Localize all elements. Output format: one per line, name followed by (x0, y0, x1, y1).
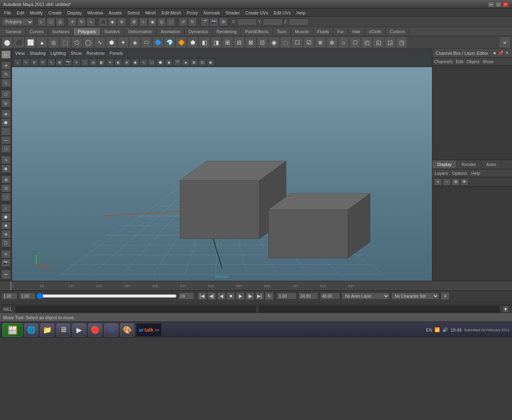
select-tool-btn[interactable]: ▷ (37, 18, 46, 26)
tab-animation[interactable]: Animation (157, 28, 185, 35)
create-misc12-btn[interactable]: ⊠ (245, 37, 256, 48)
cluster-btn[interactable]: ⬢ (1, 213, 11, 221)
tab-deformation[interactable]: Deformation (124, 28, 157, 35)
subdiv-btn[interactable]: ⊡ (1, 184, 11, 192)
snap-grid-btn[interactable]: ⊞ (130, 18, 138, 26)
create-misc17-btn[interactable]: ☑ (303, 37, 314, 48)
create-misc9-btn[interactable]: ◨ (210, 37, 222, 48)
x-input[interactable] (237, 18, 257, 26)
step-back-btn[interactable]: ◀| (207, 292, 216, 300)
menu-display[interactable]: Display (65, 10, 84, 16)
char-set-dropdown[interactable]: No Character Set (391, 292, 439, 300)
vp-iso-btn[interactable]: ◈ (182, 59, 190, 66)
start-button[interactable]: 🪟 (2, 323, 22, 337)
create-misc25-btn[interactable]: ◳ (396, 37, 407, 48)
vp-smooth-btn[interactable]: ◎ (89, 59, 97, 66)
channel-box-expand[interactable]: ✕ (505, 50, 509, 56)
menu-shader[interactable]: Shader (223, 10, 242, 16)
create-misc21-btn[interactable]: ⎔ (350, 37, 361, 48)
vp-hudtoggle-btn[interactable]: ⊠ (190, 59, 198, 66)
anim-options-btn[interactable]: ≡ (441, 292, 450, 300)
viewport-panels-menu[interactable]: Panels (110, 51, 123, 56)
vp-frame-btn[interactable]: ⊞ (56, 59, 64, 66)
channel-box-pin[interactable]: 📌 (498, 50, 504, 56)
script-editor-btn[interactable]: ✏ (1, 270, 11, 279)
menu-edit[interactable]: Edit (14, 10, 27, 16)
create-misc8-btn[interactable]: ◧ (199, 37, 210, 48)
scale-tool-btn[interactable]: ⤡ (86, 18, 95, 26)
timeline-ruler[interactable]: 2 64 140 214 290 366 440 516 590 666 740… (0, 281, 512, 291)
paint-tool-btn[interactable]: ◎ (56, 18, 64, 26)
help-label[interactable]: Help (471, 171, 480, 176)
current-frame-field[interactable] (277, 292, 297, 300)
tab-display[interactable]: Display (432, 160, 457, 168)
lattice-btn[interactable]: ⬚ (1, 193, 11, 201)
curve-btn[interactable]: ∿ (1, 156, 11, 164)
create-misc5-btn[interactable]: 💎 (164, 37, 175, 48)
vp-home-btn[interactable]: ⌂ (14, 59, 22, 66)
create-sphere-btn[interactable]: ⬤ (2, 37, 13, 48)
minimize-button[interactable]: — (488, 2, 494, 7)
tab-general[interactable]: General (2, 28, 26, 35)
close-button[interactable]: ✕ (502, 2, 509, 7)
menu-create[interactable]: Create (46, 10, 64, 16)
taskbar-opera[interactable]: 🔴 (88, 323, 102, 337)
create-misc18-btn[interactable]: ⊗ (315, 37, 326, 48)
create-pipe-btn[interactable]: ◯ (83, 37, 94, 48)
mode-dropdown[interactable]: Polygons Surfaces Dynamics Rendering (2, 18, 34, 26)
redo-btn[interactable]: ↻ (188, 18, 197, 26)
expand-icon-btn[interactable]: » (499, 37, 510, 48)
viewport[interactable]: View Shading Lighting Show Renderer Pane… (12, 49, 432, 281)
tab-hair[interactable]: Hair (348, 28, 365, 35)
mel-input[interactable] (16, 306, 256, 312)
universal-manip-btn[interactable]: ⬛ (99, 18, 108, 26)
layers-label[interactable]: Layers (435, 171, 448, 176)
timeline-slider[interactable] (37, 293, 177, 299)
paint-select-btn[interactable]: ◎ (1, 99, 11, 107)
lasso-btn[interactable]: ⬡ (1, 90, 11, 98)
menu-select[interactable]: Select (125, 10, 142, 16)
vp-joints-btn[interactable]: ◉ (131, 59, 139, 66)
vp-snap-btn[interactable]: ⊡ (198, 59, 206, 66)
vp-texture-btn[interactable]: ◧ (98, 59, 106, 66)
menu-mesh[interactable]: Mesh (143, 10, 158, 16)
menu-create-uvs[interactable]: Create UVs (243, 10, 270, 16)
tab-dynamics[interactable]: Dynamics (185, 28, 212, 35)
channel-box-close[interactable]: ◄ (492, 50, 496, 56)
edge-btn[interactable]: — (1, 136, 11, 144)
component-btn[interactable]: ◈ (1, 110, 11, 118)
anim-layer-dropdown[interactable]: No Anim Layer (342, 292, 390, 300)
create-misc15-btn[interactable]: ◌ (280, 37, 291, 48)
soft-mod-btn[interactable]: ◆ (108, 18, 117, 26)
play-back-btn[interactable]: ◀ (217, 292, 226, 300)
viewport-show-menu[interactable]: Show (71, 51, 82, 56)
tab-rendering[interactable]: Rendering (212, 28, 241, 35)
vp-deform-btn[interactable]: ⬢ (156, 59, 164, 66)
create-misc1-btn[interactable]: ✦ (118, 37, 129, 48)
create-helix-btn[interactable]: ∿ (94, 37, 106, 48)
create-misc10-btn[interactable]: ⊞ (222, 37, 233, 48)
history-btn[interactable]: ↺ (179, 18, 188, 26)
vp-curve-btn[interactable]: ∿ (140, 59, 148, 66)
layer-visible-btn[interactable]: 👁 (460, 178, 468, 186)
create-misc23-btn[interactable]: ◱ (373, 37, 384, 48)
create-misc16-btn[interactable]: ☐ (292, 37, 303, 48)
face-btn[interactable]: □ (1, 145, 11, 153)
polygon-component-btn[interactable]: ⬟ (1, 118, 11, 127)
create-misc14-btn[interactable]: ◉ (268, 37, 280, 48)
create-misc11-btn[interactable]: ⊟ (234, 37, 245, 48)
tab-render[interactable]: Render (457, 160, 481, 168)
create-disk-btn[interactable]: ⬡ (71, 37, 82, 48)
create-soccer-btn[interactable]: ⬢ (106, 37, 117, 48)
vp-light-btn[interactable]: ☀ (106, 59, 114, 66)
taskbar-explorer[interactable]: 📁 (40, 323, 54, 337)
range-start-field[interactable] (2, 292, 18, 300)
vp-shadow-btn[interactable]: ◐ (114, 59, 122, 66)
scale-btn[interactable]: ⤡ (1, 79, 11, 87)
menu-edit-uvs[interactable]: Edit UVs (271, 10, 293, 16)
create-cone-btn[interactable]: ▲ (36, 37, 48, 48)
options-label[interactable]: Options (452, 171, 467, 176)
taskbar-computer[interactable]: 🖥 (56, 323, 70, 337)
rotate-btn[interactable]: ↻ (1, 70, 11, 78)
vp-render-btn[interactable]: 🎬 (173, 59, 181, 66)
